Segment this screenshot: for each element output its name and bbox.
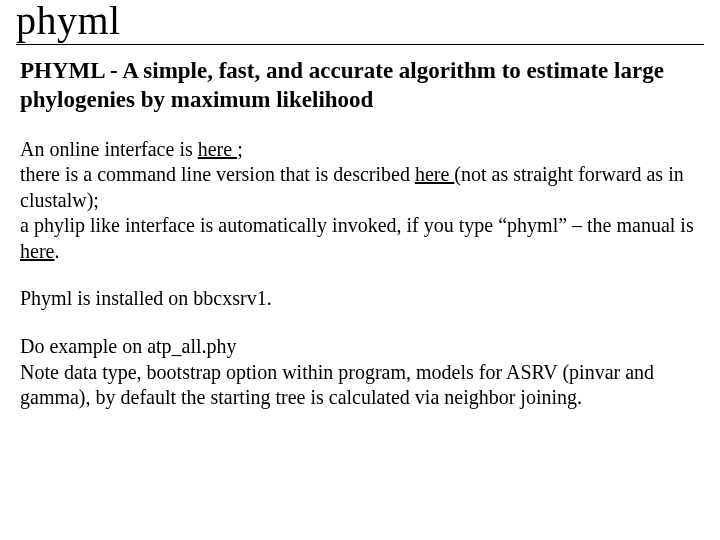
text: . (54, 240, 59, 262)
text: ; (237, 138, 243, 160)
slide: phyml PHYML - A simple, fast, and accura… (0, 0, 720, 411)
subtitle: PHYML - A simple, fast, and accurate alg… (20, 57, 704, 115)
link-manual[interactable]: here (20, 240, 54, 262)
link-online-interface[interactable]: here (198, 138, 237, 160)
link-command-line[interactable]: here (415, 163, 454, 185)
body-text: An online interface is here ; there is a… (20, 137, 704, 411)
paragraph-1: An online interface is here ; there is a… (20, 137, 704, 265)
paragraph-2: Phyml is installed on bbcxsrv1. (20, 286, 704, 312)
text: a phylip like interface is automatically… (20, 214, 694, 236)
page-title: phyml (16, 0, 704, 45)
text: An online interface is (20, 138, 198, 160)
paragraph-3: Do example on atp_all.phy Note data type… (20, 334, 704, 411)
text: there is a command line version that is … (20, 163, 415, 185)
